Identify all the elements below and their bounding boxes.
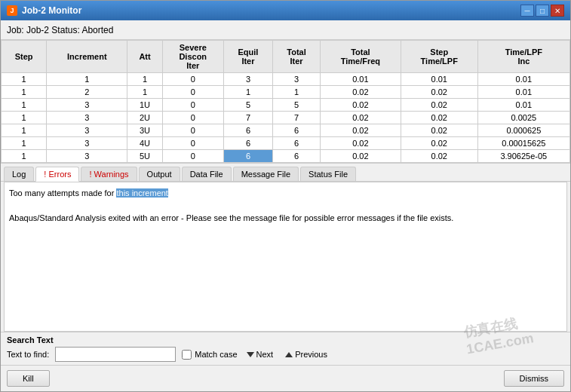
next-arrow-icon [247, 352, 254, 357]
col-total-iter: TotalIter [273, 41, 321, 73]
table-cell: 0.02 [401, 99, 477, 112]
col-total-time: TotalTime/Freq [320, 41, 401, 73]
table-cell: 1 [2, 73, 47, 86]
dismiss-button[interactable]: Dismiss [504, 370, 565, 387]
table-row: 1110330.010.010.01 [2, 73, 570, 86]
col-step-time: StepTime/LPF [401, 41, 477, 73]
content-line3: Abaqus/Standard Analysis exited with an … [9, 212, 562, 225]
content-panel: Too many attempts made for this incremen… [4, 182, 567, 332]
search-input[interactable] [55, 347, 176, 362]
tab-messagefile[interactable]: Message File [233, 167, 299, 181]
table-cell: 0.01 [477, 86, 569, 99]
tab-bar: Log ! Errors ! Warnings Output Data File… [1, 164, 570, 182]
previous-button[interactable]: Previous [282, 348, 330, 360]
data-table-container: Step Increment Att SevereDisconIter Equi… [1, 40, 570, 164]
table-cell: 0 [162, 73, 223, 86]
table-cell: 3 [273, 73, 321, 86]
table-cell: 3 [47, 137, 127, 150]
table-cell: 4U [127, 137, 162, 150]
table-cell: 1 [2, 86, 47, 99]
match-case-checkbox[interactable] [182, 350, 192, 360]
app-icon: J [7, 5, 17, 16]
table-row: 135U0660.020.023.90625e-05 [2, 150, 570, 163]
tab-log[interactable]: Log [4, 167, 34, 181]
col-step: Step [2, 41, 47, 73]
table-cell: 3 [47, 150, 127, 163]
table-cell: 0.02 [401, 86, 477, 99]
table-cell: 2U [127, 112, 162, 124]
table-row: 133U0660.020.020.000625 [2, 124, 570, 137]
col-att: Att [127, 41, 162, 73]
table-row: 1210110.020.020.01 [2, 86, 570, 99]
content-line1-before: Too many attempts made for [9, 188, 116, 198]
col-equil: EquilIter [223, 41, 272, 73]
next-button[interactable]: Next [244, 348, 277, 360]
table-cell: 6 [273, 124, 321, 137]
table-cell: 0.000625 [477, 124, 569, 137]
table-cell: 7 [223, 112, 272, 124]
job-status-text: Job: Job-2 Status: Aborted [7, 25, 113, 35]
table-cell: 7 [273, 112, 321, 124]
table-cell: 0 [162, 112, 223, 124]
table-cell: 5 [223, 99, 272, 112]
table-cell: 1 [127, 86, 162, 99]
table-row: 131U0550.020.020.01 [2, 99, 570, 112]
table-cell: 0.02 [401, 124, 477, 137]
table-cell: 1 [2, 112, 47, 124]
table-cell: 0 [162, 124, 223, 137]
table-cell: 3 [47, 99, 127, 112]
tab-errors[interactable]: ! Errors [35, 167, 79, 182]
table-cell: 6 [223, 137, 272, 150]
table-cell: 0.0025 [477, 112, 569, 124]
title-bar: J Job-2 Monitor ─ □ ✕ [1, 1, 570, 20]
table-cell: 0.01 [320, 73, 401, 86]
col-time-lpf: Time/LPFInc [477, 41, 569, 73]
table-cell: 5 [273, 99, 321, 112]
window-controls: ─ □ ✕ [520, 5, 564, 17]
table-cell: 2 [47, 86, 127, 99]
maximize-button[interactable]: □ [536, 5, 549, 17]
table-cell: 1 [2, 137, 47, 150]
monitor-table: Step Increment Att SevereDisconIter Equi… [1, 40, 570, 163]
table-cell: 1 [223, 86, 272, 99]
close-button[interactable]: ✕ [551, 5, 564, 17]
tab-statusfile[interactable]: Status File [300, 167, 356, 181]
table-row: 134U0660.020.020.00015625 [2, 137, 570, 150]
search-area: Search Text Text to find: Match case Nex… [1, 332, 570, 365]
table-cell: 1 [273, 86, 321, 99]
tab-output[interactable]: Output [139, 167, 180, 181]
table-cell: 3.90625e-05 [477, 150, 569, 163]
table-cell: 6 [223, 150, 272, 163]
table-cell: 0.02 [401, 150, 477, 163]
table-cell: 0.01 [477, 99, 569, 112]
tab-warnings[interactable]: ! Warnings [81, 167, 137, 181]
col-increment: Increment [47, 41, 127, 73]
table-cell: 0.02 [320, 99, 401, 112]
table-cell: 0.02 [320, 112, 401, 124]
kill-button[interactable]: Kill [7, 370, 50, 387]
table-cell: 6 [223, 124, 272, 137]
table-cell: 0.02 [320, 150, 401, 163]
table-cell: 1 [127, 73, 162, 86]
tab-datafile[interactable]: Data File [182, 167, 232, 181]
table-cell: 0.02 [320, 86, 401, 99]
table-cell: 3 [47, 124, 127, 137]
window-title: Job-2 Monitor [22, 5, 81, 16]
table-cell: 0.01 [401, 73, 477, 86]
table-cell: 1 [2, 99, 47, 112]
prev-arrow-icon [285, 352, 293, 357]
bottom-bar: Kill Dismiss [1, 365, 570, 391]
table-cell: 1 [2, 124, 47, 137]
job-status-bar: Job: Job-2 Status: Aborted [1, 20, 570, 40]
table-cell: 0.02 [401, 137, 477, 150]
table-cell: 0 [162, 99, 223, 112]
table-cell: 0 [162, 86, 223, 99]
table-cell: 1 [2, 150, 47, 163]
table-cell: 3U [127, 124, 162, 137]
match-case-label: Match case [195, 350, 237, 359]
table-cell: 3 [47, 112, 127, 124]
table-row: 132U0770.020.020.0025 [2, 112, 570, 124]
prev-label: Previous [295, 350, 327, 359]
minimize-button[interactable]: ─ [520, 5, 534, 17]
table-cell: 0.00015625 [477, 137, 569, 150]
